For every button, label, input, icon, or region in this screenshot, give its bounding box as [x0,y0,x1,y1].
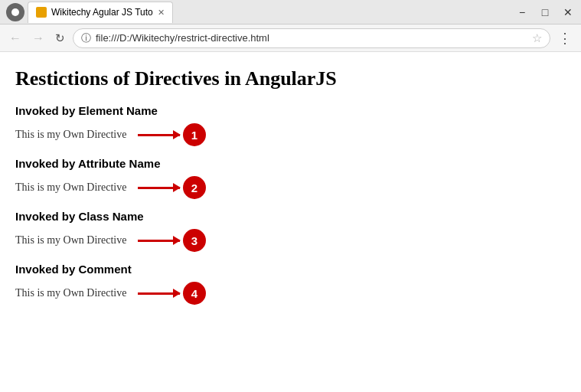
directive-text-attribute: This is my Own Directive [15,181,138,194]
section-attribute: Invoked by Attribute Name This is my Own… [15,157,566,199]
arrow-comment [138,292,180,295]
forward-button[interactable]: → [29,30,47,47]
arrow-shaft-2 [138,187,180,189]
info-icon: ⓘ [81,31,91,45]
bookmark-icon[interactable]: ☆ [532,31,542,45]
badge-2: 2 [183,176,206,199]
refresh-button[interactable]: ↻ [52,30,68,47]
arrow-element [138,134,180,136]
back-button[interactable]: ← [6,30,24,47]
directive-text-element: This is my Own Directive [15,129,138,141]
title-bar: Wikitechy Agular JS Tuto ✕ − □ ✕ [0,0,581,24]
tab-title: Wikitechy Agular JS Tuto [51,7,153,18]
directive-text-comment: This is my Own Directive [15,287,138,299]
browser-window: Wikitechy Agular JS Tuto ✕ − □ ✕ ← → ↻ ⓘ… [0,0,581,392]
toolbar: ← → ↻ ⓘ file:///D:/Wikitechy/restrict-di… [0,24,581,52]
directive-row-class: This is my Own Directive 3 [15,229,566,252]
address-bar[interactable]: ⓘ file:///D:/Wikitechy/restrict-directiv… [73,28,550,48]
tab-favicon [36,7,47,18]
section-heading-comment: Invoked by Comment [15,263,566,276]
arrow-shaft-1 [138,134,180,136]
maximize-button[interactable]: □ [538,6,552,18]
tab-close-button[interactable]: ✕ [158,8,165,18]
arrow-class [138,240,180,242]
directive-row-attribute: This is my Own Directive 2 [15,176,566,199]
directive-text-class: This is my Own Directive [15,234,138,247]
section-heading-class: Invoked by Class Name [15,210,566,223]
badge-3: 3 [183,229,206,252]
title-bar-controls: − □ ✕ [515,6,575,18]
section-heading-attribute: Invoked by Attribute Name [15,157,566,170]
section-element: Invoked by Element Name This is my Own D… [15,104,566,146]
page-content: Restictions of Directives in AngularJS I… [0,52,581,392]
directive-row-element: This is my Own Directive 1 [15,123,566,146]
title-bar-left: Wikitechy Agular JS Tuto ✕ [6,2,173,23]
menu-icon[interactable]: ⋮ [555,28,575,48]
browser-tab[interactable]: Wikitechy Agular JS Tuto ✕ [28,2,173,23]
minimize-button[interactable]: − [515,6,529,18]
badge-1: 1 [183,123,206,146]
arrow-attribute [138,187,180,189]
page-title: Restictions of Directives in AngularJS [15,67,566,90]
badge-4: 4 [183,282,206,305]
directive-row-comment: This is my Own Directive 4 [15,282,566,305]
section-heading-element: Invoked by Element Name [15,104,566,117]
arrow-shaft-4 [138,292,180,295]
section-comment: Invoked by Comment This is my Own Direct… [15,263,566,305]
user-icon [6,3,24,21]
close-button[interactable]: ✕ [561,6,575,18]
section-class: Invoked by Class Name This is my Own Dir… [15,210,566,252]
arrow-shaft-3 [138,240,180,242]
address-text: file:///D:/Wikitechy/restrict-directive.… [96,32,527,44]
